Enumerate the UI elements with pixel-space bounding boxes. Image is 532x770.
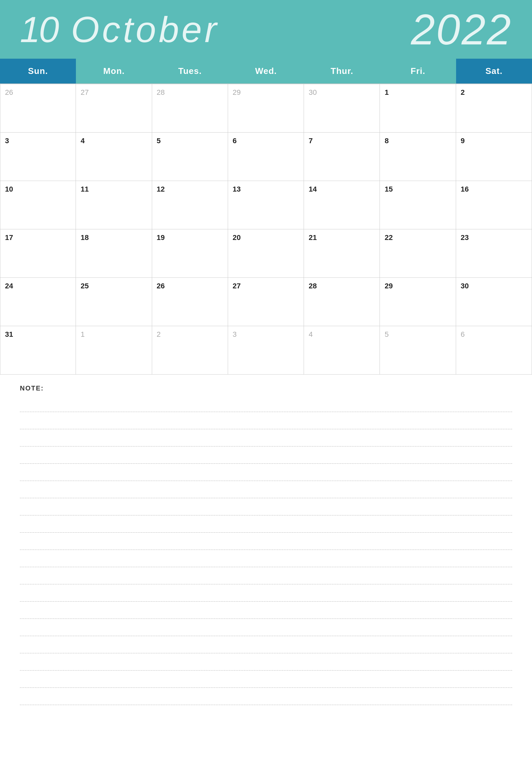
cell-number: 18 — [81, 233, 89, 242]
calendar-cell: 15 — [380, 181, 456, 229]
cell-number: 3 — [233, 330, 237, 338]
calendar-cell: 4 — [76, 133, 152, 181]
calendar-cell: 29 — [380, 278, 456, 326]
note-section: NOTE: — [0, 375, 532, 770]
calendar-cell: 3 — [228, 326, 304, 374]
calendar-cell: 16 — [456, 181, 532, 229]
calendar-cell: 25 — [76, 278, 152, 326]
day-header-tues: Tues. — [152, 59, 228, 84]
note-line — [20, 653, 512, 671]
cell-number: 12 — [157, 185, 165, 193]
calendar-cell: 27 — [76, 84, 152, 132]
cell-number: 13 — [233, 185, 241, 193]
cell-number: 1 — [81, 330, 85, 338]
note-line — [20, 481, 512, 498]
calendar-cell: 24 — [0, 278, 76, 326]
cell-number: 24 — [5, 282, 13, 290]
cell-number: 14 — [309, 185, 317, 193]
cell-number: 31 — [5, 330, 13, 338]
day-header-mon: Mon. — [76, 59, 152, 84]
calendar-cell: 3 — [0, 133, 76, 181]
calendar-cell: 11 — [76, 181, 152, 229]
cell-number: 20 — [233, 233, 241, 242]
calendar-cell: 23 — [456, 229, 532, 277]
note-line — [20, 395, 512, 412]
cell-number: 5 — [384, 330, 388, 338]
cell-number: 29 — [384, 282, 392, 290]
calendar-cell: 22 — [380, 229, 456, 277]
note-label: NOTE: — [20, 385, 512, 392]
note-line — [20, 550, 512, 567]
calendar-cell: 7 — [304, 133, 380, 181]
calendar-cell: 10 — [0, 181, 76, 229]
calendar-cell: 1 — [76, 326, 152, 374]
day-header-sun: Sun. — [0, 59, 76, 84]
cell-number: 4 — [309, 330, 313, 338]
cell-number: 30 — [461, 282, 469, 290]
cell-number: 15 — [384, 185, 392, 193]
month-name: October — [71, 8, 219, 50]
day-header-wed: Wed. — [228, 59, 304, 84]
note-line — [20, 602, 512, 619]
cell-number: 5 — [157, 137, 161, 145]
cell-number: 6 — [461, 330, 465, 338]
note-line — [20, 515, 512, 533]
cell-number: 2 — [157, 330, 161, 338]
calendar-cell: 26 — [152, 278, 228, 326]
calendar-cell: 21 — [304, 229, 380, 277]
calendar-cell: 28 — [152, 84, 228, 132]
day-header-thur: Thur. — [304, 59, 380, 84]
note-line — [20, 533, 512, 550]
note-line — [20, 567, 512, 584]
calendar-week-2: 10111213141516 — [0, 181, 532, 229]
calendar-cell: 26 — [0, 84, 76, 132]
calendar-cell: 18 — [76, 229, 152, 277]
calendar-grid: 2627282930123456789101112131415161718192… — [0, 84, 532, 375]
day-header-fri: Fri. — [380, 59, 456, 84]
year: 2022 — [411, 5, 512, 54]
calendar-week-1: 3456789 — [0, 133, 532, 181]
cell-number: 29 — [233, 88, 241, 96]
cell-number: 28 — [157, 88, 165, 96]
calendar-cell: 31 — [0, 326, 76, 374]
calendar-cell: 30 — [304, 84, 380, 132]
cell-number: 4 — [81, 137, 85, 145]
cell-number: 30 — [309, 88, 317, 96]
calendar-cell: 17 — [0, 229, 76, 277]
cell-number: 23 — [461, 233, 469, 242]
calendar-cell: 6 — [228, 133, 304, 181]
month-number: 10 — [20, 8, 58, 50]
note-line — [20, 671, 512, 688]
calendar-page: 10 October 2022 Sun.Mon.Tues.Wed.Thur.Fr… — [0, 0, 532, 770]
note-line — [20, 429, 512, 446]
calendar-section: Sun.Mon.Tues.Wed.Thur.Fri.Sat. 262728293… — [0, 59, 532, 375]
calendar-week-4: 24252627282930 — [0, 278, 532, 326]
calendar-cell: 1 — [380, 84, 456, 132]
calendar-cell: 29 — [228, 84, 304, 132]
cell-number: 6 — [233, 137, 237, 145]
cell-number: 26 — [5, 88, 13, 96]
calendar-week-5: 31123456 — [0, 326, 532, 375]
note-line — [20, 619, 512, 636]
cell-number: 2 — [461, 88, 465, 96]
cell-number: 9 — [461, 137, 465, 145]
note-line — [20, 636, 512, 653]
calendar-cell: 5 — [380, 326, 456, 374]
calendar-cell: 8 — [380, 133, 456, 181]
calendar-cell: 28 — [304, 278, 380, 326]
day-header-sat: Sat. — [456, 59, 532, 84]
cell-number: 28 — [309, 282, 317, 290]
calendar-week-0: 262728293012 — [0, 84, 532, 133]
calendar-cell: 27 — [228, 278, 304, 326]
calendar-cell: 5 — [152, 133, 228, 181]
note-lines — [20, 395, 512, 705]
calendar-cell: 2 — [456, 84, 532, 132]
calendar-cell: 19 — [152, 229, 228, 277]
cell-number: 1 — [384, 88, 388, 96]
calendar-header: 10 October 2022 — [0, 0, 532, 59]
cell-number: 8 — [384, 137, 388, 145]
calendar-cell: 4 — [304, 326, 380, 374]
note-line — [20, 446, 512, 464]
cell-number: 19 — [157, 233, 165, 242]
cell-number: 27 — [81, 88, 89, 96]
